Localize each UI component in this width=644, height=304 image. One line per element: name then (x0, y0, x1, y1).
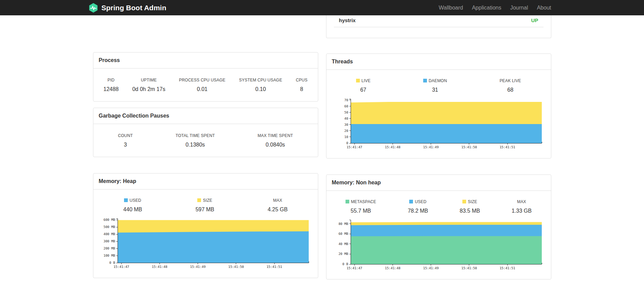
svg-text:70: 70 (344, 98, 348, 102)
stat-label: TOTAL TIME SPENT (175, 133, 215, 138)
stat-label: MAX TIME SPENT (258, 133, 293, 138)
legend-live: LIVE 67 (356, 78, 371, 93)
nav-link-about[interactable]: About (533, 5, 551, 11)
legend-label: METASPACE (346, 199, 376, 204)
legend-text: PEAK LIVE (500, 78, 521, 83)
legend-text: SIZE (203, 198, 212, 203)
legend-label: USED (408, 199, 428, 204)
svg-text:15:41:49: 15:41:49 (423, 266, 439, 270)
legend-text: METASPACE (351, 199, 376, 204)
legend-heap-max: MAX 4.25 GB (267, 198, 288, 213)
stat-label: PROCESS CPU USAGE (179, 78, 225, 82)
navbar-inner: Spring Boot Admin Wallboard Applications… (93, 0, 551, 15)
legend-value: 68 (500, 87, 521, 93)
panels-row: Process PID 12488 UPTIME 0d 0h 2m 17s PR… (93, 15, 551, 279)
left-column: Process PID 12488 UPTIME 0d 0h 2m 17s PR… (93, 15, 318, 278)
svg-text:10: 10 (344, 135, 348, 139)
threads-legend: LIVE 67 DAEMON 31 PEAK LIVE 68 (326, 70, 551, 93)
stat-value: 0.10 (239, 86, 282, 93)
memory-heap-panel: Memory: Heap USED 440 MB SIZE 597 MB MAX… (93, 173, 318, 278)
legend-label: PEAK LIVE (500, 78, 521, 83)
legend-label: SIZE (196, 198, 214, 203)
stat-label: UPTIME (132, 78, 165, 82)
memory-heap-chart: 0 B100 MB200 MB300 MB400 MB500 MB600 MB1… (98, 215, 311, 273)
legend-value: 31 (423, 87, 447, 93)
legend-heap-size: SIZE 597 MB (196, 198, 214, 213)
legend-label: USED (123, 198, 142, 203)
nav-link-journal[interactable]: Journal (506, 5, 532, 11)
status-badge: UP (531, 17, 538, 23)
used-swatch (409, 200, 413, 203)
left-column-spacer (93, 15, 318, 52)
svg-text:15:41:48: 15:41:48 (385, 266, 400, 270)
spring-boot-admin-logo-icon (88, 3, 98, 13)
svg-text:600 MB: 600 MB (103, 218, 115, 222)
legend-text: SIZE (468, 199, 477, 204)
stat-uptime: UPTIME 0d 0h 2m 17s (132, 78, 165, 93)
legend-label: MAX (511, 199, 532, 204)
memory-nonheap-chart-wrap: 0 B20 MB40 MB60 MB80 MB15:41:4715:41:481… (331, 216, 551, 276)
svg-text:15:41:48: 15:41:48 (152, 265, 167, 269)
legend-value: 67 (356, 87, 371, 93)
brand[interactable]: Spring Boot Admin (88, 3, 167, 13)
health-row-hystrix[interactable]: hystrix UP (334, 15, 543, 27)
svg-text:400 MB: 400 MB (103, 232, 115, 236)
svg-text:15:41:47: 15:41:47 (347, 266, 362, 270)
svg-text:20 MB: 20 MB (338, 252, 348, 256)
memory-nonheap-chart: 0 B20 MB40 MB60 MB80 MB15:41:4715:41:481… (331, 216, 544, 274)
svg-text:15:41:49: 15:41:49 (190, 265, 205, 269)
live-swatch (356, 79, 360, 82)
svg-text:0: 0 (346, 141, 348, 145)
legend-metaspace: METASPACE 55.7 MB (346, 199, 376, 214)
svg-text:15:41:48: 15:41:48 (385, 145, 400, 149)
svg-text:15:41:47: 15:41:47 (347, 145, 362, 149)
threads-panel-title: Threads (326, 54, 551, 70)
svg-text:15:41:51: 15:41:51 (266, 265, 282, 269)
svg-text:40: 40 (344, 117, 348, 120)
size-swatch (462, 200, 466, 203)
nav-link-wallboard[interactable]: Wallboard (434, 5, 467, 11)
gc-stats: COUNT 3 TOTAL TIME SPENT 0.1380s MAX TIM… (93, 124, 318, 157)
legend-text: USED (129, 198, 141, 203)
legend-label: LIVE (356, 78, 371, 83)
svg-text:15:41:51: 15:41:51 (500, 266, 515, 270)
memory-heap-legend: USED 440 MB SIZE 597 MB MAX 4.25 GB (93, 189, 318, 213)
svg-text:50: 50 (344, 110, 348, 114)
svg-text:15:41:47: 15:41:47 (113, 265, 129, 269)
svg-text:80 MB: 80 MB (338, 222, 348, 226)
nav-link-applications[interactable]: Applications (467, 5, 506, 11)
svg-text:15:41:50: 15:41:50 (461, 145, 477, 149)
metaspace-swatch (346, 200, 349, 203)
legend-value: 55.7 MB (346, 208, 376, 214)
nav-links: Wallboard Applications Journal About (434, 0, 551, 15)
threads-panel: Threads LIVE 67 DAEMON 31 PEAK LIVE 68 (326, 54, 551, 158)
health-panel-fragment: hystrix UP (326, 15, 551, 38)
stat-label: CPUS (296, 78, 307, 82)
legend-value: 440 MB (123, 206, 142, 213)
legend-text: MAX (517, 199, 526, 204)
svg-text:30: 30 (344, 123, 348, 126)
stat-label: COUNT (118, 133, 133, 138)
svg-text:500 MB: 500 MB (103, 225, 115, 229)
legend-label: SIZE (460, 199, 480, 204)
legend-nonheap-used: USED 78.2 MB (408, 199, 428, 214)
legend-value: 4.25 GB (267, 206, 288, 213)
stat-process-cpu: PROCESS CPU USAGE 0.01 (179, 78, 225, 93)
memory-heap-panel-title: Memory: Heap (93, 173, 318, 189)
stat-gc-total-time: TOTAL TIME SPENT 0.1380s (175, 133, 215, 148)
brand-title: Spring Boot Admin (102, 4, 167, 12)
threads-chart-wrap: 01020304050607015:41:4715:41:4815:41:491… (331, 95, 551, 155)
process-panel: Process PID 12488 UPTIME 0d 0h 2m 17s PR… (93, 52, 318, 102)
stat-value: 12488 (104, 86, 119, 93)
threads-chart: 01020304050607015:41:4715:41:4815:41:491… (331, 95, 544, 153)
legend-text: USED (415, 199, 426, 204)
daemon-swatch (423, 79, 427, 82)
svg-text:20: 20 (344, 129, 348, 133)
svg-text:300 MB: 300 MB (103, 239, 115, 243)
stat-value: 0d 0h 2m 17s (132, 86, 165, 93)
svg-text:15:41:50: 15:41:50 (228, 265, 244, 269)
application-name[interactable]: hystrix (339, 17, 356, 23)
legend-value: 78.2 MB (408, 208, 428, 214)
svg-text:15:41:49: 15:41:49 (423, 145, 439, 149)
stat-gc-max-time: MAX TIME SPENT 0.0840s (258, 133, 293, 148)
